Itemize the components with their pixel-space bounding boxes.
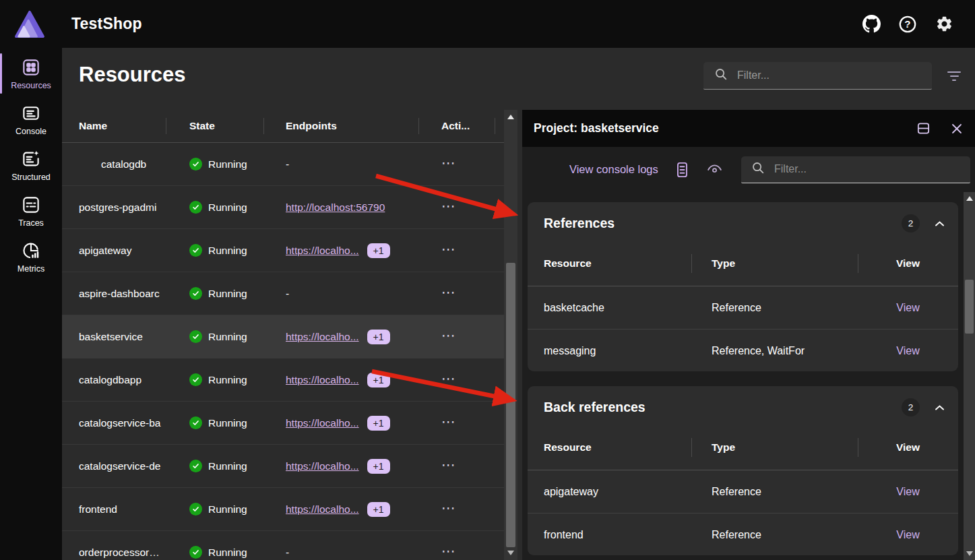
resource-name: apigateway [62,245,166,257]
content-header: Resources [62,48,975,110]
resource-name: apigateway [528,486,691,498]
search-icon [751,161,765,177]
column-header-resource: Resource [528,257,691,270]
details-panel-body: References 2 Resource Type View basketca… [522,192,964,560]
more-actions-button[interactable]: ⋯ [441,198,456,214]
resource-name: basketservice [62,331,166,343]
scroll-down-icon[interactable] [507,551,514,555]
scroll-up-icon[interactable] [507,115,514,119]
sidebar-item-resources[interactable]: Resources [0,51,62,96]
extra-endpoints-badge[interactable]: +1 [367,243,390,258]
chevron-up-icon[interactable] [935,404,945,411]
endpoint-link[interactable]: https://localho... [286,245,359,257]
table-row-selected[interactable]: basketservice Running https://localho...… [62,315,504,359]
column-header-view: View [858,441,958,454]
resource-name: orderprocessor… [62,547,166,559]
column-header-type: Type [691,257,858,270]
table-row[interactable]: catalogservice-de Running https://localh… [62,445,504,488]
endpoint-link[interactable]: https://localho... [286,331,359,343]
table-row[interactable]: catalogdb Running - ⋯ [62,143,504,186]
view-console-logs-link[interactable]: View console logs [569,163,658,176]
table-row[interactable]: frontend Running https://localho...+1 ⋯ [62,488,504,531]
more-actions-button[interactable]: ⋯ [441,543,456,559]
table-row[interactable]: frontend Reference View [528,513,958,555]
extra-endpoints-badge[interactable]: +1 [367,330,390,344]
scroll-up-icon[interactable] [966,196,973,201]
help-icon[interactable]: ? [898,15,917,34]
column-header-type: Type [691,441,858,454]
page-title: Resources [79,63,186,87]
scrollbar-thumb[interactable] [506,263,515,547]
resources-table-header: Name State Endpoints Acti... [62,110,504,143]
table-row[interactable]: orderprocessor… Running - ⋯ [62,531,504,560]
extra-endpoints-badge[interactable]: +1 [367,502,390,517]
state-badge: Running [208,158,247,170]
table-row[interactable]: catalogdbapp Running https://localho...+… [62,359,504,402]
more-actions-button[interactable]: ⋯ [441,155,456,170]
table-row[interactable]: catalogservice-ba Running https://localh… [62,402,504,445]
resources-filter[interactable] [703,62,932,90]
resource-name: catalogdbapp [62,374,166,386]
more-actions-button[interactable]: ⋯ [441,371,456,386]
settings-icon[interactable] [935,15,953,34]
aspire-dashboard: TestShop ? Resources Console [0,0,975,560]
console-log-icon [21,103,41,123]
grid-icon [21,57,41,77]
structured-log-icon [21,149,41,169]
github-icon[interactable] [862,15,881,34]
more-actions-button[interactable]: ⋯ [441,284,456,300]
details-panel-header: Project: basketservice [522,110,975,147]
references-table-header: Resource Type View [528,241,958,286]
table-row[interactable]: postgres-pgadmi Running http://localhost… [62,186,504,229]
chevron-up-icon[interactable] [935,220,945,227]
column-header-view: View [858,257,958,270]
panel-filter[interactable] [741,156,970,183]
extra-endpoints-badge[interactable]: +1 [367,373,390,387]
resources-filter-input[interactable] [736,69,932,82]
filter-funnel-icon[interactable] [945,68,963,84]
sidebar-item-console[interactable]: Console [0,96,62,142]
running-check-icon [189,287,202,300]
running-check-icon [189,158,202,170]
resource-name: frontend [528,529,691,541]
more-actions-button[interactable]: ⋯ [441,241,456,257]
view-link[interactable]: View [896,529,919,540]
table-row[interactable]: apigateway Running https://localho...+1 … [62,229,504,272]
more-actions-button[interactable]: ⋯ [441,328,456,343]
sidebar-item-structured[interactable]: Structured [0,142,62,188]
scroll-down-icon[interactable] [966,551,973,556]
endpoint-link[interactable]: https://localho... [286,417,359,429]
sidebar-item-traces[interactable]: Traces [0,188,62,234]
resource-name: catalogservice-ba [62,417,166,429]
sidebar-item-metrics[interactable]: Metrics [0,234,62,280]
resource-name: basketcache [528,302,691,314]
extra-endpoints-badge[interactable]: +1 [367,416,390,431]
eye-icon[interactable] [706,163,723,177]
endpoint-link[interactable]: https://localho... [286,503,359,516]
scrollbar-thumb[interactable] [965,280,974,334]
view-link[interactable]: View [896,486,919,497]
state-badge: Running [208,245,247,257]
table-row[interactable]: messaging Reference, WaitFor View [528,329,958,371]
endpoint-link[interactable]: https://localho... [286,374,359,386]
back-references-section: Back references 2 Resource Type View api… [528,386,958,555]
more-actions-button[interactable]: ⋯ [441,457,456,472]
metrics-icon [21,241,41,261]
resource-name: postgres-pgadmi [62,201,166,214]
table-row[interactable]: aspire-dashboarc Running - ⋯ [62,272,504,315]
log-document-icon[interactable] [676,162,689,178]
table-scrollbar[interactable] [504,110,517,560]
close-icon[interactable] [950,122,964,135]
more-actions-button[interactable]: ⋯ [441,414,456,429]
endpoint-link[interactable]: https://localho... [286,460,359,472]
panel-scrollbar[interactable] [964,192,975,560]
split-panel-icon[interactable] [916,121,931,136]
panel-filter-input[interactable] [773,162,970,176]
extra-endpoints-badge[interactable]: +1 [367,459,390,474]
table-row[interactable]: apigateway Reference View [528,470,958,513]
table-row[interactable]: basketcache Reference View [528,286,958,329]
more-actions-button[interactable]: ⋯ [441,500,456,516]
view-link[interactable]: View [896,345,919,356]
view-link[interactable]: View [896,302,919,313]
endpoint-link[interactable]: http://localhost:56790 [286,201,385,214]
